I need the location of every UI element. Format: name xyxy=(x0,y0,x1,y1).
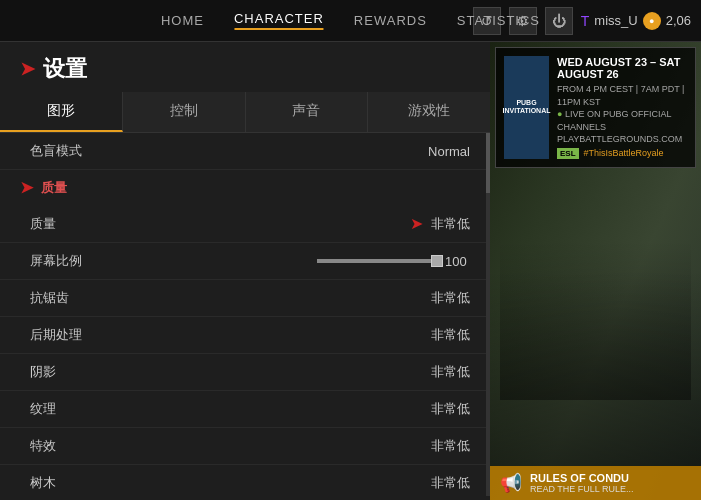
setting-label-effects: 特效 xyxy=(30,437,56,455)
coin-balance: 2,06 xyxy=(666,13,691,28)
twitch-icon: T xyxy=(581,13,590,29)
tab-graphics[interactable]: 图形 xyxy=(0,92,123,132)
nav-character[interactable]: CHARACTER xyxy=(234,11,324,30)
setting-label-foliage: 树木 xyxy=(30,474,56,492)
setting-row-effects[interactable]: 特效 非常低 xyxy=(0,428,490,465)
tab-audio[interactable]: 声音 xyxy=(246,92,369,132)
top-navigation: HOME CHARACTER REWARDS STATISTICS ↺ ⚙ ⏻ … xyxy=(0,0,701,42)
settings-title: ➤ 设置 xyxy=(0,42,490,92)
esl-badge: ESL xyxy=(557,148,579,159)
setting-row-resolution[interactable]: 屏幕比例 100 xyxy=(0,243,490,280)
setting-value-postprocess: 非常低 xyxy=(431,326,470,344)
setting-value-shadows: 非常低 xyxy=(431,363,470,381)
event-banner: PUBG INVITATIONAL WED AUGUST 23 – SAT AU… xyxy=(495,47,696,168)
setting-value-effects: 非常低 xyxy=(431,437,470,455)
setting-label-quality: 质量 xyxy=(30,215,56,233)
setting-row-textures[interactable]: 纹理 非常低 xyxy=(0,391,490,428)
setting-row-postprocess[interactable]: 后期处理 非常低 xyxy=(0,317,490,354)
tab-controls[interactable]: 控制 xyxy=(123,92,246,132)
nav-statistics[interactable]: STATISTICS xyxy=(457,13,540,28)
setting-value-textures: 非常低 xyxy=(431,400,470,418)
setting-row-quality[interactable]: 质量 ➤ 非常低 xyxy=(0,205,490,243)
rules-subtitle: READ THE FULL RULE... xyxy=(530,484,634,494)
setting-value-colorblind: Normal xyxy=(428,144,470,159)
pubg-logo: PUBG INVITATIONAL xyxy=(504,56,549,159)
slider-track[interactable] xyxy=(317,259,437,263)
setting-label-shadows: 阴影 xyxy=(30,363,56,381)
section-arrow: ➤ xyxy=(20,178,33,197)
setting-value-quality: ➤ 非常低 xyxy=(410,214,470,233)
megaphone-icon: 📢 xyxy=(500,472,522,494)
event-channel: ● LIVE ON PUBG OFFICIAL CHANNELS xyxy=(557,108,687,133)
setting-value-antialiasing: 非常低 xyxy=(431,289,470,307)
nav-links: HOME CHARACTER REWARDS STATISTICS xyxy=(161,11,540,30)
tab-gameplay[interactable]: 游戏性 xyxy=(368,92,490,132)
event-hashtag: #ThisIsBattleRoyale xyxy=(584,148,664,158)
rules-content: RULES OF CONDU READ THE FULL RULE... xyxy=(530,472,634,494)
coin-icon: ● xyxy=(643,12,661,30)
setting-label-textures: 纹理 xyxy=(30,400,56,418)
rules-banner[interactable]: 📢 RULES OF CONDU READ THE FULL RULE... xyxy=(490,466,701,500)
slider-fill xyxy=(317,259,437,263)
username: miss_U xyxy=(594,13,637,28)
nav-home[interactable]: HOME xyxy=(161,13,204,28)
section-quality-label: 质量 xyxy=(41,179,67,197)
setting-label-resolution: 屏幕比例 xyxy=(30,252,82,270)
arrow-indicator: ➤ xyxy=(20,58,35,80)
user-info: T miss_U ● 2,06 xyxy=(581,12,691,30)
slider-value: 100 xyxy=(445,254,470,269)
game-background: PUBG INVITATIONAL WED AUGUST 23 – SAT AU… xyxy=(490,42,701,500)
section-quality: ➤ 质量 xyxy=(0,170,490,205)
event-time: FROM 4 PM CEST | 7AM PDT | 11PM KST xyxy=(557,83,687,108)
setting-label-postprocess: 后期处理 xyxy=(30,326,82,344)
setting-row-foliage[interactable]: 树木 非常低 xyxy=(0,465,490,496)
nav-rewards[interactable]: REWARDS xyxy=(354,13,427,28)
event-footer: ESL #ThisIsBattleRoyale xyxy=(557,148,687,159)
setting-label-antialiasing: 抗锯齿 xyxy=(30,289,69,307)
esl-logo: ESL xyxy=(557,148,579,159)
setting-row-colorblind[interactable]: 色盲模式 Normal xyxy=(0,133,490,170)
tab-bar: 图形 控制 声音 游戏性 xyxy=(0,92,490,133)
settings-content: 色盲模式 Normal ➤ 质量 质量 ➤ 非常低 屏幕比例 xyxy=(0,133,490,496)
event-website: PLAYBATTLEGROUNDS.COM xyxy=(557,133,687,146)
power-button[interactable]: ⏻ xyxy=(545,7,573,35)
dark-overlay xyxy=(490,270,701,470)
live-dot: ● xyxy=(557,109,565,119)
event-title: WED AUGUST 23 – SAT AUGUST 26 xyxy=(557,56,687,80)
setting-row-antialiasing[interactable]: 抗锯齿 非常低 xyxy=(0,280,490,317)
rules-title: RULES OF CONDU xyxy=(530,472,634,484)
slider-container[interactable]: 100 xyxy=(317,254,470,269)
setting-row-shadows[interactable]: 阴影 非常低 xyxy=(0,354,490,391)
settings-panel: ➤ 设置 图形 控制 声音 游戏性 色盲模式 Normal ➤ 质量 质量 xyxy=(0,42,490,500)
event-info: WED AUGUST 23 – SAT AUGUST 26 FROM 4 PM … xyxy=(557,56,687,159)
setting-value-foliage: 非常低 xyxy=(431,474,470,492)
main-content: ➤ 设置 图形 控制 声音 游戏性 色盲模式 Normal ➤ 质量 质量 xyxy=(0,42,701,500)
right-panel: PUBG INVITATIONAL WED AUGUST 23 – SAT AU… xyxy=(490,42,701,500)
slider-thumb[interactable] xyxy=(431,255,443,267)
quality-red-arrow: ➤ xyxy=(410,214,423,233)
setting-label-colorblind: 色盲模式 xyxy=(30,142,82,160)
